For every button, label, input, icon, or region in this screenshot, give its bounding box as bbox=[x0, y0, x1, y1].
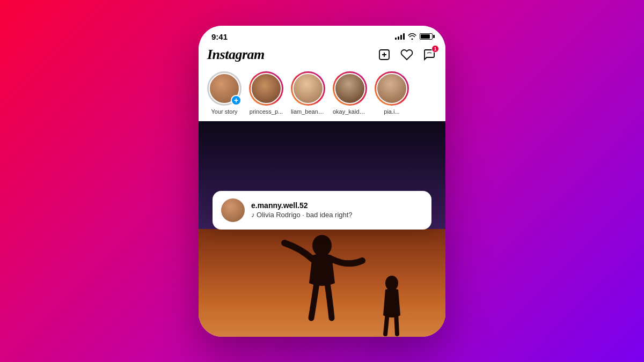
story-item-okay-kaide[interactable]: okay_kaide... bbox=[333, 71, 367, 115]
create-button[interactable] bbox=[377, 47, 392, 62]
princess-story-ring bbox=[249, 71, 283, 106]
activity-button[interactable] bbox=[399, 47, 414, 62]
notification-song: ♪ Olivia Rodrigo · bad idea right? bbox=[251, 211, 353, 219]
pia-avatar bbox=[376, 73, 407, 104]
instagram-logo: Instagram bbox=[207, 47, 265, 63]
princess-story-label: princess_p... bbox=[250, 108, 283, 115]
nav-bar: Instagram 1 bbox=[199, 45, 445, 67]
messages-badge: 1 bbox=[431, 45, 439, 53]
person-silhouette bbox=[268, 213, 376, 331]
princess-avatar bbox=[251, 73, 282, 104]
status-bar: 9:41 bbox=[199, 26, 445, 45]
status-icons bbox=[395, 33, 433, 40]
battery-icon bbox=[420, 33, 433, 40]
pia-story-ring bbox=[375, 71, 409, 106]
liam-avatar bbox=[292, 73, 324, 104]
messages-button[interactable]: 1 bbox=[422, 47, 437, 62]
liam-story-label: liam_beanz... bbox=[291, 108, 325, 115]
story-item-princess[interactable]: princess_p... bbox=[249, 71, 283, 115]
svg-point-3 bbox=[312, 235, 332, 256]
notification-avatar bbox=[221, 198, 245, 222]
liam-avatar-wrap bbox=[291, 71, 325, 106]
nav-icons: 1 bbox=[377, 47, 437, 62]
princess-avatar-wrap bbox=[249, 71, 283, 106]
add-story-button[interactable]: + bbox=[231, 95, 241, 106]
okay-kaide-avatar bbox=[334, 73, 365, 104]
okay-kaide-avatar-wrap bbox=[333, 71, 367, 106]
signal-icon bbox=[395, 33, 405, 40]
liam-story-ring bbox=[291, 71, 325, 106]
wifi-icon bbox=[408, 33, 416, 40]
svg-point-4 bbox=[385, 276, 398, 291]
notification-username: e.manny.well.52 bbox=[251, 201, 353, 210]
phone-frame: 9:41 Instagram bbox=[199, 26, 445, 337]
status-time: 9:41 bbox=[211, 32, 228, 41]
notification-card[interactable]: e.manny.well.52 ♪ Olivia Rodrigo · bad i… bbox=[213, 191, 431, 230]
your-story-label: Your story bbox=[211, 108, 237, 115]
second-person-silhouette bbox=[370, 272, 413, 337]
okay-kaide-story-ring bbox=[333, 71, 367, 106]
your-story-avatar-wrap: + bbox=[207, 71, 241, 106]
story-item-pia[interactable]: pia.i... bbox=[375, 71, 409, 115]
stories-row: + Your story princess_p... liam_beanz... bbox=[199, 67, 445, 121]
pia-avatar-wrap bbox=[375, 71, 409, 106]
story-item-liam[interactable]: liam_beanz... bbox=[291, 71, 325, 115]
story-item-your-story[interactable]: + Your story bbox=[207, 71, 241, 115]
notification-text: e.manny.well.52 ♪ Olivia Rodrigo · bad i… bbox=[251, 201, 353, 219]
pia-story-label: pia.i... bbox=[384, 108, 399, 115]
okay-kaide-story-label: okay_kaide... bbox=[333, 108, 367, 115]
